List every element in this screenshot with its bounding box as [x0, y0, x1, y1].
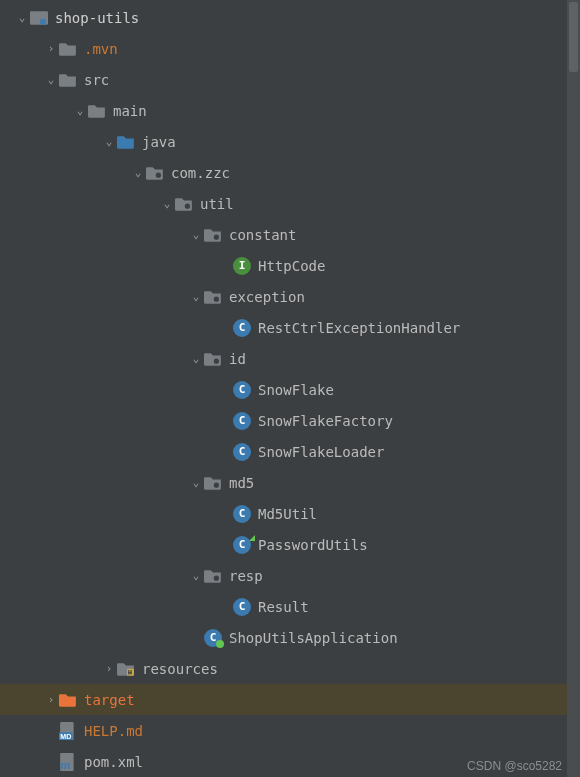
tree-item-label: RestCtrlExceptionHandler [258, 320, 460, 336]
package-icon [204, 288, 222, 306]
chevron-down-icon[interactable]: ⌄ [72, 104, 88, 117]
chevron-down-icon[interactable]: ⌄ [188, 569, 204, 582]
svg-point-8 [214, 575, 219, 580]
package-icon [175, 195, 193, 213]
scrollbar[interactable] [567, 0, 580, 777]
tree-item-label: md5 [229, 475, 254, 491]
tree-row[interactable]: CMd5Util [0, 498, 580, 529]
tree-row[interactable]: ⌄com.zzc [0, 157, 580, 188]
folder-icon [88, 102, 106, 120]
tree-row[interactable]: ›target [0, 684, 580, 715]
scrollbar-thumb[interactable] [569, 2, 578, 72]
folder-icon [117, 133, 135, 151]
maven-file-icon: m [59, 753, 77, 771]
svg-rect-1 [40, 19, 46, 25]
tree-row[interactable]: CSnowFlakeLoader [0, 436, 580, 467]
class-icon: C [233, 381, 251, 399]
tree-item-label: main [113, 103, 147, 119]
tree-item-label: pom.xml [84, 754, 143, 770]
markdown-file-icon: MD [59, 722, 77, 740]
svg-point-5 [214, 296, 219, 301]
chevron-down-icon[interactable]: ⌄ [14, 11, 30, 24]
class-icon: C [233, 536, 251, 554]
chevron-right-icon[interactable]: › [43, 42, 59, 55]
spring-boot-icon: C [204, 629, 222, 647]
tree-item-label: src [84, 72, 109, 88]
chevron-right-icon[interactable]: › [43, 693, 59, 706]
class-icon: C [233, 319, 251, 337]
tree-row[interactable]: CRestCtrlExceptionHandler [0, 312, 580, 343]
package-icon [204, 350, 222, 368]
tree-row[interactable]: ⌄util [0, 188, 580, 219]
chevron-right-icon[interactable]: › [101, 662, 117, 675]
tree-row[interactable]: IHttpCode [0, 250, 580, 281]
chevron-down-icon[interactable]: ⌄ [43, 73, 59, 86]
tree-row[interactable]: CSnowFlake [0, 374, 580, 405]
interface-icon: I [233, 257, 251, 275]
chevron-down-icon[interactable]: ⌄ [130, 166, 146, 179]
tree-item-label: SnowFlake [258, 382, 334, 398]
class-icon: C [233, 505, 251, 523]
svg-text:m: m [60, 756, 71, 770]
tree-item-label: exception [229, 289, 305, 305]
tree-item-label: SnowFlakeFactory [258, 413, 393, 429]
tree-row[interactable]: ⌄src [0, 64, 580, 95]
tree-item-label: ShopUtilsApplication [229, 630, 398, 646]
svg-point-3 [185, 203, 190, 208]
tree-row[interactable]: ⌄java [0, 126, 580, 157]
tree-item-label: Result [258, 599, 309, 615]
tree-row[interactable]: CResult [0, 591, 580, 622]
tree-item-label: constant [229, 227, 296, 243]
project-tree[interactable]: ⌄shop-utils›.mvn⌄src⌄main⌄java⌄com.zzc⌄u… [0, 0, 580, 777]
tree-item-label: java [142, 134, 176, 150]
tree-row[interactable]: ⌄resp [0, 560, 580, 591]
tree-row[interactable]: ⌄main [0, 95, 580, 126]
tree-item-label: target [84, 692, 135, 708]
tree-row[interactable]: MDHELP.md [0, 715, 580, 746]
tree-row[interactable]: CShopUtilsApplication [0, 622, 580, 653]
package-icon [204, 226, 222, 244]
resources-icon [117, 660, 135, 678]
class-icon: C [233, 598, 251, 616]
tree-item-label: com.zzc [171, 165, 230, 181]
tree-row[interactable]: ⌄md5 [0, 467, 580, 498]
tree-row[interactable]: ›resources [0, 653, 580, 684]
tree-item-label: id [229, 351, 246, 367]
tree-item-label: HELP.md [84, 723, 143, 739]
package-icon [204, 567, 222, 585]
tree-row[interactable]: ⌄exception [0, 281, 580, 312]
tree-row[interactable]: CSnowFlakeFactory [0, 405, 580, 436]
class-icon: C [233, 443, 251, 461]
svg-point-2 [156, 172, 161, 177]
watermark: CSDN @sco5282 [467, 759, 562, 773]
tree-item-label: util [200, 196, 234, 212]
chevron-down-icon[interactable]: ⌄ [159, 197, 175, 210]
chevron-down-icon[interactable]: ⌄ [101, 135, 117, 148]
class-icon: C [233, 412, 251, 430]
tree-item-label: resp [229, 568, 263, 584]
tree-row[interactable]: ⌄shop-utils [0, 2, 580, 33]
folder-icon [59, 71, 77, 89]
tree-item-label: Md5Util [258, 506, 317, 522]
tree-row[interactable]: CPasswordUtils [0, 529, 580, 560]
tree-item-label: PasswordUtils [258, 537, 368, 553]
svg-text:MD: MD [60, 732, 71, 739]
folder-icon [59, 40, 77, 58]
chevron-down-icon[interactable]: ⌄ [188, 352, 204, 365]
chevron-down-icon[interactable]: ⌄ [188, 476, 204, 489]
package-icon [146, 164, 164, 182]
package-icon [204, 474, 222, 492]
tree-row[interactable]: ⌄constant [0, 219, 580, 250]
svg-point-6 [214, 358, 219, 363]
svg-point-4 [214, 234, 219, 239]
folder-icon [59, 691, 77, 709]
chevron-down-icon[interactable]: ⌄ [188, 228, 204, 241]
tree-row[interactable]: ›.mvn [0, 33, 580, 64]
chevron-down-icon[interactable]: ⌄ [188, 290, 204, 303]
tree-item-label: HttpCode [258, 258, 325, 274]
module-icon [30, 9, 48, 27]
tree-item-label: SnowFlakeLoader [258, 444, 384, 460]
tree-item-label: .mvn [84, 41, 118, 57]
tree-row[interactable]: ⌄id [0, 343, 580, 374]
svg-rect-12 [128, 672, 131, 673]
